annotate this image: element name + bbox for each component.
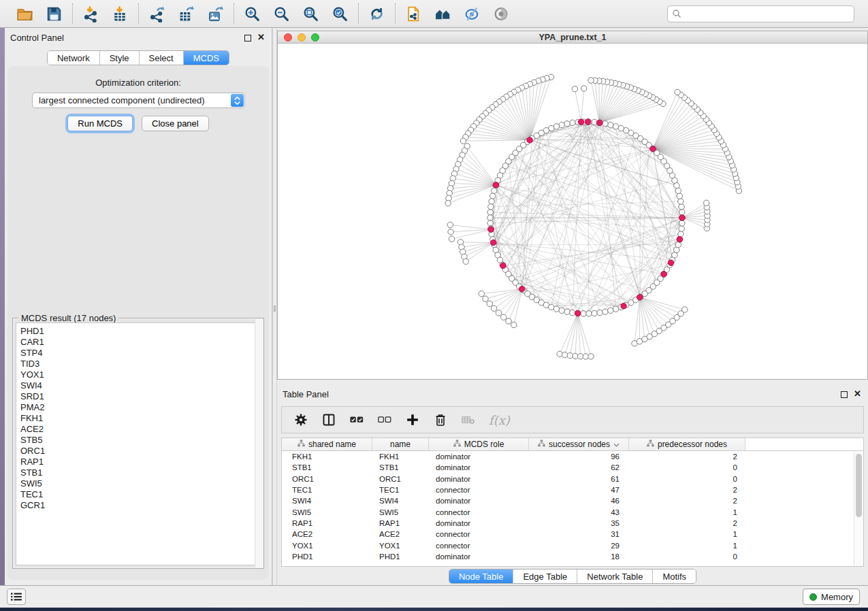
network-node[interactable] [679,220,685,226]
network-node[interactable] [675,89,680,95]
tab-edge-table[interactable]: Edge Table [513,569,577,583]
table-cell[interactable]: TEC1 [372,484,429,495]
zoom-fit-button[interactable] [302,5,320,23]
network-node[interactable] [489,199,494,204]
table-cell[interactable]: SWI5 [282,506,372,517]
save-session-button[interactable] [45,5,63,23]
memory-button[interactable]: Memory [803,589,860,605]
network-graph[interactable] [278,44,867,379]
mcds-result-item[interactable]: SWI4 [20,380,251,391]
export-network-button[interactable] [148,5,166,23]
network-node[interactable] [578,354,583,359]
show-columns-button[interactable] [321,412,336,427]
network-node[interactable] [564,121,570,127]
close-panel-icon[interactable]: ✕ [257,32,265,43]
table-cell[interactable]: SWI4 [282,495,372,506]
mcds-result-item[interactable]: ACE2 [20,424,251,435]
table-cell[interactable]: 1 [629,506,745,517]
network-node[interactable] [500,314,506,320]
table-cell[interactable]: connector [429,484,529,495]
network-node[interactable] [597,310,602,315]
network-node[interactable] [588,78,594,83]
network-node[interactable] [447,222,453,227]
network-node[interactable] [562,352,568,357]
close-panel-button[interactable]: Close panel [142,116,209,131]
table-cell[interactable]: TEC1 [282,484,372,495]
network-node[interactable] [496,310,501,316]
table-cell[interactable]: dominator [429,518,529,529]
table-cell[interactable]: STB1 [282,462,372,473]
table-row[interactable]: TEC1TEC1connector472 [282,484,863,495]
export-image-button[interactable] [206,5,225,23]
deselect-all-button[interactable] [377,412,392,427]
table-scrollbar-thumb[interactable] [856,454,862,517]
network-node[interactable] [570,310,575,315]
table-cell[interactable]: YOX1 [282,540,372,550]
network-node[interactable] [608,308,613,313]
column-header-predecessor-nodes[interactable]: predecessor nodes [629,438,745,450]
eye-slash-button[interactable] [463,5,481,23]
table-row[interactable]: RAP1RAP1dominator352 [282,518,863,529]
table-cell[interactable]: ORC1 [282,474,372,484]
network-node[interactable] [479,291,484,297]
column-header-name[interactable]: name [372,438,429,450]
float-panel-icon[interactable] [244,35,251,42]
network-window-titlebar[interactable]: YPA_prune.txt_1 [278,31,867,44]
table-row[interactable]: FKH1FKH1dominator962 [282,451,863,462]
table-settings-button[interactable] [293,412,308,427]
table-cell[interactable]: 0 [629,462,745,473]
network-node[interactable] [679,204,684,210]
network-node[interactable] [588,354,594,359]
network-node[interactable] [704,200,709,205]
network-node[interactable] [602,309,608,314]
mcds-node[interactable] [668,260,673,265]
table-cell[interactable]: SWI5 [372,506,429,517]
table-cell[interactable]: 2 [629,518,745,529]
table-cell[interactable]: YOX1 [372,540,429,550]
table-cell[interactable]: 1 [629,540,745,550]
tab-node-table[interactable]: Node Table [449,569,514,583]
table-cell[interactable]: 1 [629,529,745,540]
mcds-result-item[interactable]: STB5 [20,435,251,446]
network-node[interactable] [581,86,587,91]
mcds-result-item[interactable]: RAP1 [20,457,251,467]
mcds-node[interactable] [491,240,496,245]
table-cell[interactable]: SWI4 [372,495,429,506]
network-node[interactable] [460,138,466,144]
table-cell[interactable]: dominator [429,551,529,562]
mcds-result-item[interactable]: STP4 [20,348,251,359]
network-node[interactable] [487,301,492,306]
table-cell[interactable]: ORC1 [372,474,429,484]
table-row[interactable]: PHD1PHD1dominator180 [282,551,863,562]
table-cell[interactable]: 96 [529,451,629,462]
run-mcds-button[interactable]: Run MCDS [67,116,133,131]
table-row[interactable]: SWI4SWI4dominator462 [282,495,863,506]
table-cell[interactable]: STB1 [372,462,429,473]
close-panel-icon[interactable]: ✕ [854,389,861,399]
network-node[interactable] [483,296,488,301]
mcds-node[interactable] [488,227,494,232]
mcds-result-item[interactable]: PMA2 [20,402,251,413]
network-node[interactable] [678,199,684,204]
table-cell[interactable]: 35 [529,518,629,529]
zoom-in-button[interactable] [243,5,261,23]
float-panel-icon[interactable] [841,391,848,398]
mcds-node[interactable] [493,182,498,188]
table-scrollbar[interactable] [854,452,863,566]
export-table-button[interactable] [177,5,195,23]
network-node[interactable] [491,306,496,311]
table-cell[interactable]: 2 [629,451,745,462]
network-node[interactable] [449,236,454,242]
network-node[interactable] [570,120,575,125]
table-cell[interactable]: PHD1 [282,551,372,562]
column-header-successor-nodes[interactable]: successor nodes [529,438,629,450]
table-cell[interactable]: 47 [529,484,629,495]
table-cell[interactable]: 46 [529,495,629,506]
table-cell[interactable]: 61 [529,474,629,484]
mcds-node[interactable] [519,286,525,292]
mcds-node[interactable] [527,137,532,143]
table-cell[interactable]: PHD1 [372,551,429,562]
table-cell[interactable]: connector [429,540,529,550]
network-node[interactable] [675,188,681,193]
table-cell[interactable]: 0 [629,551,745,562]
